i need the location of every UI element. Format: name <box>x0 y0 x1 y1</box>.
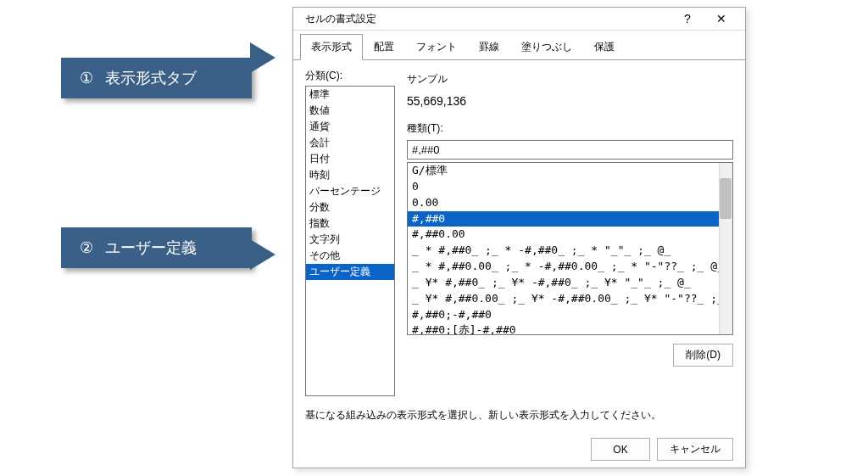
tab-border[interactable]: 罫線 <box>468 34 510 60</box>
format-item[interactable]: G/標準 <box>408 163 719 179</box>
format-item[interactable]: _ * #,##0_ ;_ * -#,##0_ ;_ * "_"_ ;_ @_ <box>408 243 719 259</box>
category-item-accounting[interactable]: 会計 <box>306 135 394 151</box>
scrollbar-thumb[interactable] <box>720 178 732 219</box>
category-label: 分類(C): <box>305 69 395 83</box>
category-listbox[interactable]: 標準 数値 通貨 会計 日付 時刻 パーセンテージ 分数 指数 文字列 その他 … <box>305 86 395 396</box>
type-label: 種類(T): <box>407 121 733 136</box>
format-item[interactable]: #,##0;[赤]-#,##0 <box>408 322 719 334</box>
cancel-button[interactable]: キャンセル <box>657 438 733 461</box>
format-scrollbar[interactable] <box>719 163 732 334</box>
tab-alignment[interactable]: 配置 <box>363 34 405 60</box>
format-item[interactable]: #,##0.00 <box>408 227 719 243</box>
callout-userdef-text: ユーザー定義 <box>105 238 197 258</box>
format-cells-dialog: セルの書式設定 ? ✕ 表示形式 配置 フォント 罫線 塗りつぶし 保護 分類(… <box>292 7 746 468</box>
callout-userdef-num: ② <box>80 238 93 257</box>
details-pane: サンプル 55,669,136 種類(T): G/標準 0 0.00 #,##0… <box>407 69 733 396</box>
dialog-body: 分類(C): 標準 数値 通貨 会計 日付 時刻 パーセンテージ 分数 指数 文… <box>293 60 745 428</box>
sample-value: 55,669,136 <box>407 89 733 113</box>
dialog-title: セルの書式設定 <box>300 12 670 26</box>
tab-number-format[interactable]: 表示形式 <box>300 34 363 60</box>
category-item-scientific[interactable]: 指数 <box>306 216 394 232</box>
category-item-special[interactable]: その他 <box>306 248 394 264</box>
type-input[interactable] <box>407 140 733 160</box>
category-item-general[interactable]: 標準 <box>306 87 394 103</box>
callout-tab-arrow <box>250 42 275 73</box>
delete-button[interactable]: 削除(D) <box>673 344 733 367</box>
category-item-date[interactable]: 日付 <box>306 151 394 167</box>
titlebar: セルの書式設定 ? ✕ <box>293 8 745 31</box>
ok-button[interactable]: OK <box>591 438 650 461</box>
category-item-custom[interactable]: ユーザー定義 <box>306 264 394 280</box>
category-pane: 分類(C): 標準 数値 通貨 会計 日付 時刻 パーセンテージ 分数 指数 文… <box>305 69 395 396</box>
sample-label: サンプル <box>407 72 733 87</box>
tab-font[interactable]: フォント <box>405 34 468 60</box>
format-item[interactable]: _ ¥* #,##0.00_ ;_ ¥* -#,##0.00_ ;_ ¥* "-… <box>408 291 719 307</box>
format-item[interactable]: _ ¥* #,##0_ ;_ ¥* -#,##0_ ;_ ¥* "_"_ ;_ … <box>408 275 719 291</box>
callout-tab: ① 表示形式タブ <box>61 58 252 98</box>
format-actions: 削除(D) <box>407 344 733 367</box>
callout-tab-num: ① <box>80 69 93 87</box>
tab-protection[interactable]: 保護 <box>583 34 626 60</box>
format-item-selected[interactable]: #,##0 <box>408 211 719 227</box>
format-item[interactable]: 0 <box>408 179 719 195</box>
category-item-time[interactable]: 時刻 <box>306 167 394 183</box>
format-list-scroll[interactable]: G/標準 0 0.00 #,##0 #,##0.00 _ * #,##0_ ;_… <box>408 163 719 334</box>
category-item-number[interactable]: 数値 <box>306 103 394 119</box>
callout-userdef: ② ユーザー定義 <box>61 227 252 268</box>
tab-fill[interactable]: 塗りつぶし <box>510 34 583 60</box>
callout-userdef-arrow <box>250 239 275 270</box>
format-listbox[interactable]: G/標準 0 0.00 #,##0 #,##0.00 _ * #,##0_ ;_… <box>407 162 733 335</box>
format-item[interactable]: 0.00 <box>408 195 719 211</box>
main-row: 分類(C): 標準 数値 通貨 会計 日付 時刻 パーセンテージ 分数 指数 文… <box>305 69 733 396</box>
tabs: 表示形式 配置 フォント 罫線 塗りつぶし 保護 <box>293 31 745 60</box>
format-item[interactable]: #,##0;-#,##0 <box>408 307 719 323</box>
category-item-currency[interactable]: 通貨 <box>306 119 394 135</box>
category-item-text[interactable]: 文字列 <box>306 232 394 248</box>
close-button[interactable]: ✕ <box>704 8 738 30</box>
callout-tab-text: 表示形式タブ <box>105 68 197 88</box>
help-button[interactable]: ? <box>670 8 704 30</box>
dialog-footer: OK キャンセル <box>293 428 745 471</box>
hint-text: 基になる組み込みの表示形式を選択し、新しい表示形式を入力してください。 <box>305 408 733 423</box>
category-item-percentage[interactable]: パーセンテージ <box>306 183 394 199</box>
format-item[interactable]: _ * #,##0.00_ ;_ * -#,##0.00_ ;_ * "-"??… <box>408 259 719 275</box>
category-item-fraction[interactable]: 分数 <box>306 199 394 216</box>
